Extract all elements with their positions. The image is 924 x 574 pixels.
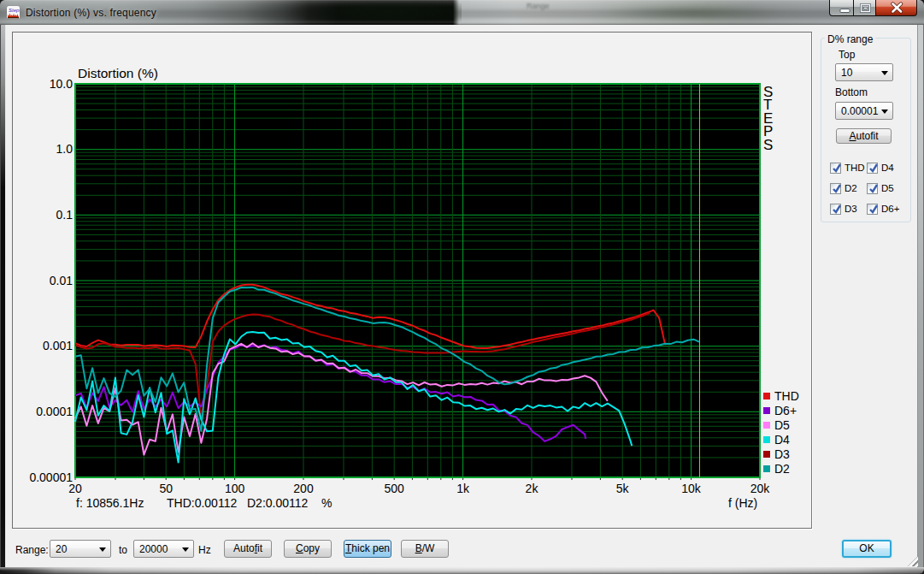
svg-text:0.1: 0.1 (56, 208, 74, 222)
svg-text:20k: 20k (750, 482, 771, 495)
svg-text:Distortion (%): Distortion (%) (78, 66, 158, 80)
svg-text:D5: D5 (774, 418, 790, 432)
svg-text:D2: D2 (774, 462, 790, 476)
svg-text:%: % (321, 496, 332, 510)
svg-text:1k: 1k (456, 482, 470, 495)
svg-text:1.0: 1.0 (56, 142, 74, 156)
svg-text:S: S (763, 137, 773, 153)
svg-text:0.001: 0.001 (43, 339, 73, 352)
svg-text:D4: D4 (774, 433, 790, 447)
svg-text:10k: 10k (681, 482, 702, 495)
svg-text:0.01: 0.01 (50, 274, 73, 287)
svg-text:THD:0.00112: THD:0.00112 (167, 496, 237, 510)
svg-text:200: 200 (293, 482, 314, 495)
svg-text:5k: 5k (616, 482, 630, 495)
svg-text:Steps: Steps (9, 8, 20, 13)
svg-text:50: 50 (159, 482, 173, 495)
svg-text:500: 500 (385, 482, 405, 495)
svg-text:f: 10856.1Hz: f: 10856.1Hz (76, 496, 144, 510)
svg-text:100: 100 (225, 482, 245, 495)
svg-text:D2:0.00112: D2:0.00112 (247, 496, 309, 510)
svg-text:0.00001: 0.00001 (29, 470, 73, 484)
svg-text:D3: D3 (774, 447, 790, 461)
svg-text:10.0: 10.0 (50, 77, 73, 91)
svg-text:THD: THD (774, 389, 799, 403)
svg-text:2k: 2k (526, 482, 539, 495)
svg-text:0.0001: 0.0001 (36, 405, 73, 418)
svg-text:f (Hz): f (Hz) (728, 496, 757, 510)
svg-text:D6+: D6+ (774, 404, 797, 417)
svg-text:20: 20 (68, 482, 82, 495)
